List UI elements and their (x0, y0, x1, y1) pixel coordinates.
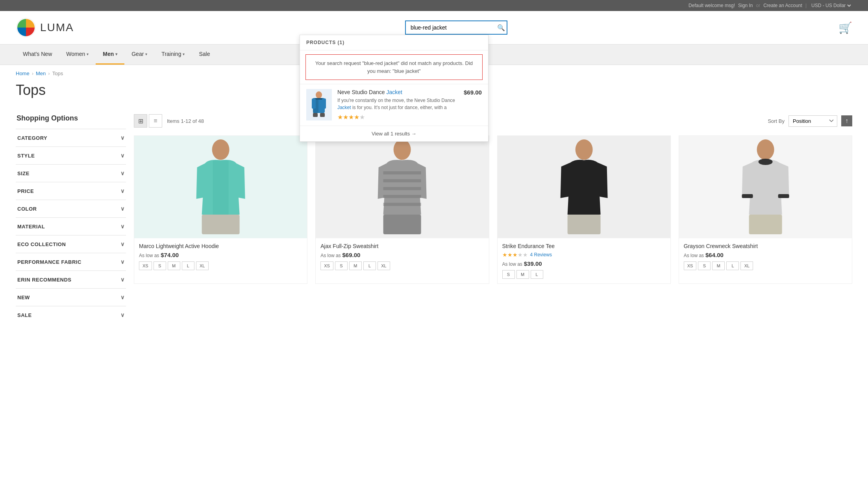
nav-item-women[interactable]: Women ▾ (59, 44, 96, 65)
size-l-1[interactable]: L (363, 261, 376, 270)
header: LUMA 🔍 PRODUCTS (1) Your search request … (0, 11, 868, 44)
size-m-1[interactable]: M (349, 261, 362, 270)
nav-item-men[interactable]: Men ▾ (96, 44, 124, 65)
size-xl-3[interactable]: XL (740, 261, 753, 270)
create-account-link[interactable]: Create an Account (763, 3, 802, 8)
filter-performance-header[interactable]: PERFORMANCE FABRIC ∨ (16, 253, 126, 271)
size-m-3[interactable]: M (712, 261, 725, 270)
product-image-1 (316, 136, 489, 238)
filter-sale-header[interactable]: SALE ∨ (16, 306, 126, 324)
filter-price-header[interactable]: PRICE ∨ (16, 182, 126, 200)
product-price-0: As low as $74.00 (139, 252, 302, 258)
size-xl-0[interactable]: XL (196, 261, 209, 270)
size-xl-1[interactable]: XL (378, 261, 390, 270)
stars-2: ★★★★★ (502, 252, 528, 258)
svg-rect-19 (567, 215, 600, 234)
header-right: 🛒 (838, 21, 852, 34)
signin-link[interactable]: Sign In (738, 3, 753, 8)
filter-material-header[interactable]: MATERIAL ∨ (16, 218, 126, 235)
chevron-down-icon: ∨ (120, 152, 125, 159)
nav-item-gear[interactable]: Gear ▾ (124, 44, 154, 65)
product-price-3: As low as $64.00 (684, 252, 847, 258)
products-grid: Marco Lightweight Active Hoodie As low a… (134, 135, 852, 284)
or-separator: or (756, 3, 760, 8)
filter-new: NEW ∨ (16, 288, 126, 306)
size-options-3: XS S M L XL (684, 261, 847, 270)
size-l-3[interactable]: L (726, 261, 739, 270)
sort-direction-button[interactable]: ↑ (841, 115, 852, 126)
svg-point-11 (394, 139, 411, 160)
currency-selector[interactable]: USD - US Dollar (810, 2, 852, 9)
svg-rect-22 (742, 194, 753, 198)
nav-item-whats-new[interactable]: What's New (16, 44, 59, 65)
product-info-2: Strike Endurance Tee ★★★★★ 4 Reviews As … (498, 238, 670, 283)
size-s-1[interactable]: S (335, 261, 348, 270)
svg-rect-4 (315, 98, 323, 100)
size-s-0[interactable]: S (154, 261, 166, 270)
size-m-2[interactable]: M (516, 270, 529, 279)
products-area: ⊞ ≡ Items 1-12 of 48 Sort By Position Pr… (134, 106, 852, 332)
sidebar-title: Shopping Options (16, 114, 126, 122)
svg-rect-10 (202, 215, 240, 234)
filter-eco-header[interactable]: ECO COLLECTION ∨ (16, 235, 126, 253)
search-input[interactable] (405, 20, 507, 35)
search-result-desc-link[interactable]: Jacket (337, 105, 351, 110)
cart-icon[interactable]: 🛒 (838, 21, 852, 34)
search-result-title-link[interactable]: Jacket (386, 89, 402, 95)
size-xs-1[interactable]: XS (320, 261, 333, 270)
filter-category-header[interactable]: CATEGORY ∨ (16, 129, 126, 146)
filter-new-header[interactable]: NEW ∨ (16, 289, 126, 306)
breadcrumb-separator: › (32, 70, 33, 76)
list-view-button[interactable]: ≡ (149, 114, 162, 128)
size-xs-0[interactable]: XS (139, 261, 152, 270)
size-options-1: XS S M L XL (320, 261, 484, 270)
size-xs-3[interactable]: XS (684, 261, 697, 270)
price-value-0: $74.00 (161, 252, 179, 258)
product-name-3: Grayson Crewneck Sweatshirt (684, 243, 847, 249)
product-card-3[interactable]: Grayson Crewneck Sweatshirt As low as $6… (679, 135, 852, 284)
search-button[interactable]: 🔍 (497, 24, 505, 31)
size-m-0[interactable]: M (168, 261, 180, 270)
svg-rect-15 (383, 195, 421, 198)
price-value-2: $39.00 (524, 260, 542, 267)
search-result-image (306, 89, 332, 120)
logo-text: LUMA (40, 21, 74, 34)
filter-material: MATERIAL ∨ (16, 217, 126, 235)
product-card-2[interactable]: Strike Endurance Tee ★★★★★ 4 Reviews As … (497, 135, 671, 284)
filter-size-header[interactable]: SIZE ∨ (16, 165, 126, 182)
filter-sale: SALE ∨ (16, 306, 126, 324)
search-result-description: If you're constantly on the move, the Ne… (337, 97, 458, 111)
items-count: Items 1-12 of 48 (167, 118, 204, 124)
nav-item-training[interactable]: Training ▾ (154, 44, 192, 65)
svg-rect-17 (383, 215, 421, 234)
price-value-1: $69.00 (342, 252, 361, 258)
search-results-header: PRODUCTS (1) (300, 35, 488, 50)
grid-view-button[interactable]: ⊞ (134, 114, 147, 128)
filter-color-header[interactable]: COLOR ∨ (16, 200, 126, 217)
size-s-3[interactable]: S (698, 261, 711, 270)
filter-erin-header[interactable]: ERIN RECOMMENDS ∨ (16, 271, 126, 288)
size-l-2[interactable]: L (531, 270, 543, 279)
nav-item-sale[interactable]: Sale (192, 44, 217, 65)
product-card-1[interactable]: Ajax Full-Zip Sweatshirt As low as $69.0… (315, 135, 489, 284)
filter-style-header[interactable]: STYLE ∨ (16, 147, 126, 164)
chevron-down-icon: ∨ (120, 206, 125, 212)
breadcrumb-men[interactable]: Men (36, 70, 46, 76)
product-card-0[interactable]: Marco Lightweight Active Hoodie As low a… (134, 135, 307, 284)
breadcrumb-home[interactable]: Home (16, 70, 30, 76)
product-image-0 (134, 136, 307, 238)
size-l-0[interactable]: L (182, 261, 194, 270)
svg-rect-5 (312, 98, 316, 109)
sort-select[interactable]: Position Product Name Price (788, 115, 837, 127)
review-link-2[interactable]: 4 Reviews (530, 252, 552, 258)
product-image-2 (498, 136, 670, 238)
search-result-title: Neve Studio Dance Jacket (337, 89, 458, 95)
search-result-item: Neve Studio Dance Jacket If you're const… (300, 84, 488, 126)
product-info-1: Ajax Full-Zip Sweatshirt As low as $69.0… (316, 238, 489, 275)
toolbar: ⊞ ≡ Items 1-12 of 48 Sort By Position Pr… (134, 114, 852, 128)
view-all-results-link[interactable]: View all 1 results → (372, 131, 416, 137)
chevron-down-icon: ∨ (120, 294, 125, 300)
chevron-down-icon: ∨ (120, 223, 125, 230)
size-s-2[interactable]: S (502, 270, 515, 279)
filter-category: CATEGORY ∨ (16, 129, 126, 146)
